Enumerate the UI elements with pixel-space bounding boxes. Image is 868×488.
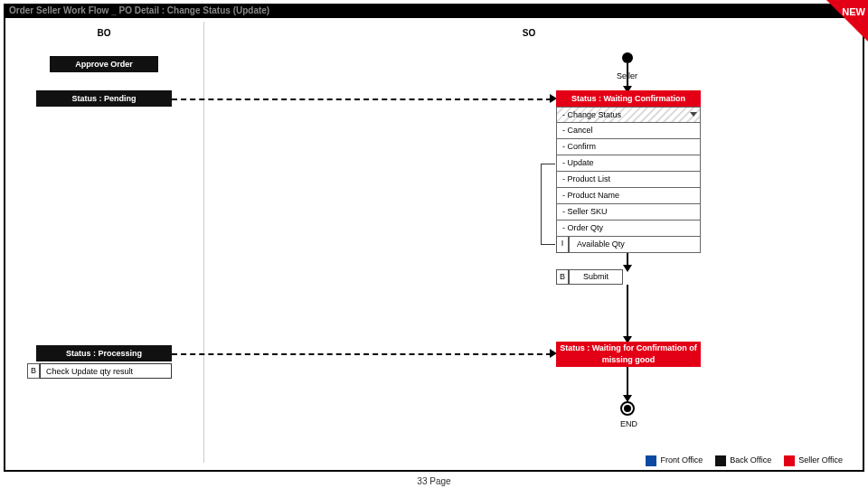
row-update[interactable]: - Update xyxy=(556,155,701,172)
so-status-waiting-confirmation: Status : Waiting Confirmation xyxy=(556,90,701,107)
bo-approve-order: Approve Order xyxy=(50,56,158,72)
submit-button[interactable]: Submit xyxy=(569,269,623,285)
page-footer: 33 Page xyxy=(0,476,868,486)
end-node-icon xyxy=(620,401,635,416)
bo-check-tag: B xyxy=(27,363,40,379)
start-node-icon xyxy=(622,52,633,63)
new-ribbon-label: NEW xyxy=(842,6,865,17)
bo-check-update: Check Update qty result xyxy=(40,363,172,379)
legend: Front Office Back Office Seller Office xyxy=(646,455,843,466)
arrow-down-icon-2 xyxy=(623,265,632,272)
page-number: 33 xyxy=(417,476,427,486)
legend-front: Front Office xyxy=(646,455,703,466)
row-product-list: - Product List xyxy=(556,172,701,188)
legend-back: Back Office xyxy=(715,455,771,466)
legend-swatch-back xyxy=(715,455,726,466)
dashed-connector-2 xyxy=(172,353,552,355)
page-title: Order Seller Work Flow _ PO Detail : Cha… xyxy=(9,5,269,15)
column-divider xyxy=(203,22,204,463)
row-cancel[interactable]: - Cancel xyxy=(556,123,701,139)
row-order-qty: - Order Qty xyxy=(556,221,701,237)
legend-seller: Seller Office xyxy=(784,455,843,466)
end-label: END xyxy=(620,419,637,428)
row-change-status-label: - Change Status xyxy=(562,110,621,119)
legend-swatch-front xyxy=(646,455,656,466)
flow-line-1 xyxy=(627,63,628,89)
row-seller-sku: - Seller SKU xyxy=(556,204,701,221)
row-product-name: - Product Name xyxy=(556,188,701,204)
chevron-down-icon xyxy=(690,112,697,117)
legend-swatch-seller xyxy=(784,455,795,466)
so-status-waiting-missing: Status : Waiting for Confirmation of mis… xyxy=(556,342,701,367)
dashed-connector-1 xyxy=(172,99,552,100)
row-change-status[interactable]: - Change Status xyxy=(556,107,701,123)
row-available-qty[interactable]: Available Qty xyxy=(569,237,701,253)
bo-status-processing: Status : Processing xyxy=(36,345,172,361)
row-confirm[interactable]: - Confirm xyxy=(556,139,701,155)
page-word: Page xyxy=(429,476,450,486)
bracket-connector xyxy=(541,164,555,245)
row-available-qty-tag: I xyxy=(556,237,569,253)
flow-line-4 xyxy=(627,367,628,398)
page-frame xyxy=(4,4,864,472)
flow-line-3 xyxy=(627,285,628,339)
submit-tag: B xyxy=(556,269,569,285)
title-bar: Order Seller Work Flow _ PO Detail : Cha… xyxy=(4,4,864,18)
bo-status-pending: Status : Pending xyxy=(36,90,172,107)
column-header-so: SO xyxy=(208,27,850,40)
column-header-bo: BO xyxy=(18,27,190,40)
